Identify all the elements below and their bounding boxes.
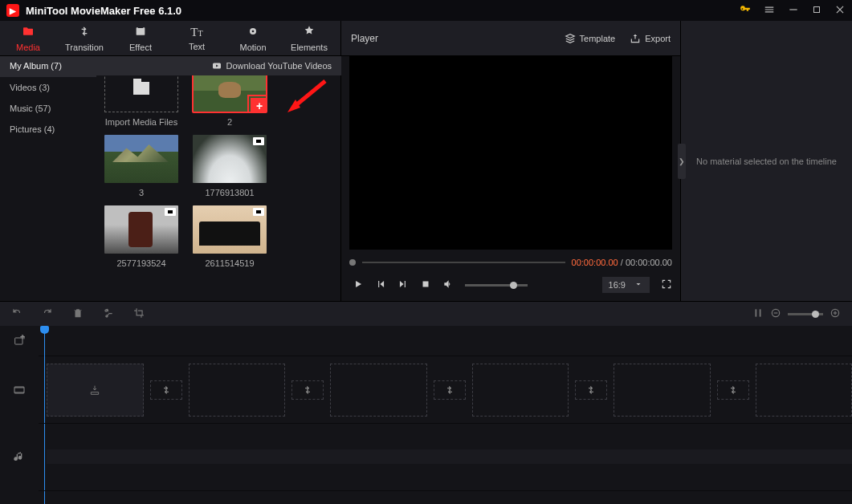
time-total: 00:00:00.00 [626,258,672,267]
video-badge-icon [165,208,176,216]
video-track[interactable] [39,356,852,424]
tab-label: Elements [291,43,328,52]
tab-effect[interactable]: Effect [112,21,169,56]
undo-button[interactable] [11,307,22,321]
volume-icon[interactable] [442,278,454,292]
delete-button[interactable] [72,307,84,321]
tab-motion[interactable]: Motion [225,21,281,56]
sidebar-item-music[interactable]: Music (57) [0,98,96,119]
svg-rect-19 [14,387,24,388]
svg-rect-15 [15,338,22,344]
sidebar-item-my-album[interactable]: My Album (7) [0,56,96,75]
download-link-label: Download YouTube Videos [226,61,332,71]
clip-slot[interactable] [189,364,286,417]
elements-icon [303,25,316,40]
motion-icon [247,25,259,40]
tab-label: Text [189,42,205,51]
sidebar-item-videos[interactable]: Videos (3) [0,77,96,98]
transition-slot[interactable] [434,380,466,400]
play-button[interactable] [353,278,364,292]
properties-panel: ❯ No material selected on the timeline [681,21,852,301]
media-thumbnail[interactable] [193,205,267,254]
video-track-icon[interactable] [0,356,39,424]
media-item[interactable]: 3 [104,135,178,197]
video-badge-icon [253,208,264,216]
clip-slot[interactable] [472,364,569,417]
upgrade-key-icon[interactable] [740,4,751,18]
svg-rect-3 [138,26,144,28]
prev-frame-button[interactable] [375,278,386,292]
media-thumbnail[interactable] [104,205,178,254]
media-label: 2577193524 [116,258,165,268]
timeline-ruler[interactable] [39,326,852,356]
track-headers [0,326,39,504]
transition-slot[interactable] [717,380,749,400]
seek-handle-icon[interactable] [349,259,356,266]
split-button[interactable] [103,307,114,321]
zoom-slider[interactable] [788,313,823,315]
video-badge-icon [253,137,264,145]
next-frame-button[interactable] [397,278,409,292]
audio-track[interactable] [39,424,852,491]
timeline-fit-icon[interactable] [752,307,764,321]
chevron-down-icon [634,279,643,291]
zoom-in-button[interactable] [830,307,841,321]
aspect-value: 16:9 [609,280,626,290]
svg-rect-1 [814,7,820,13]
add-track-button[interactable] [0,326,39,356]
template-button[interactable]: Template [565,33,616,44]
timeline-tracks[interactable] [39,326,852,504]
redo-button[interactable] [42,307,53,321]
transition-slot[interactable] [291,380,324,400]
folder-icon [22,25,35,40]
media-grid: Import Media Files + 2 3 [96,56,340,301]
add-to-timeline-button[interactable]: + [251,98,267,112]
audio-track-icon[interactable] [0,424,39,491]
clip-slot[interactable] [47,364,144,417]
player-header: Player Template Export [341,21,680,56]
window-controls [740,4,846,18]
close-button[interactable] [834,4,846,18]
seek-track[interactable] [362,262,565,263]
main-tabs: Media Transition Effect TT Text Motion E… [0,21,340,56]
media-item[interactable]: 2611514519 [193,205,267,268]
aspect-ratio-select[interactable]: 16:9 [602,277,650,293]
fullscreen-button[interactable] [661,278,672,292]
crop-button[interactable] [133,307,145,321]
media-thumbnail[interactable] [193,135,267,183]
tab-elements[interactable]: Elements [281,21,337,56]
menu-icon[interactable] [764,4,775,18]
svg-rect-8 [756,309,757,316]
tab-text[interactable]: TT Text [169,21,225,56]
svg-rect-20 [14,392,24,393]
tab-media[interactable]: Media [0,21,56,56]
zoom-out-button[interactable] [770,307,781,321]
media-item[interactable]: 1776913801 [193,135,267,197]
maximize-button[interactable] [812,4,821,17]
media-label: 3 [139,188,144,197]
tab-label: Effect [129,43,152,52]
media-thumbnail[interactable] [104,135,178,183]
minimize-button[interactable] [788,4,799,18]
video-preview[interactable] [349,56,672,250]
transition-slot[interactable] [575,380,607,400]
volume-slider[interactable] [465,284,528,287]
svg-rect-0 [789,9,797,10]
empty-selection-text: No material selected on the timeline [687,156,846,166]
clip-slot[interactable] [614,364,711,417]
seek-bar[interactable]: 00:00:00.00 / 00:00:00.00 [349,253,672,272]
media-item[interactable]: 2577193524 [104,205,178,268]
transition-slot[interactable] [150,380,182,400]
panel-collapse-handle[interactable]: ❯ [678,144,686,179]
effect-icon [134,25,147,40]
svg-point-5 [252,30,255,32]
tab-transition[interactable]: Transition [56,21,112,56]
stop-button[interactable] [420,278,431,292]
download-youtube-link[interactable]: Download YouTube Videos [212,61,332,71]
export-button[interactable]: Export [630,33,671,44]
sidebar-item-pictures[interactable]: Pictures (4) [0,119,96,140]
app-title: MiniTool MovieMaker Free 6.1.0 [26,5,740,17]
clip-slot[interactable] [330,364,427,417]
svg-rect-2 [137,27,145,35]
clip-slot[interactable] [756,364,853,417]
